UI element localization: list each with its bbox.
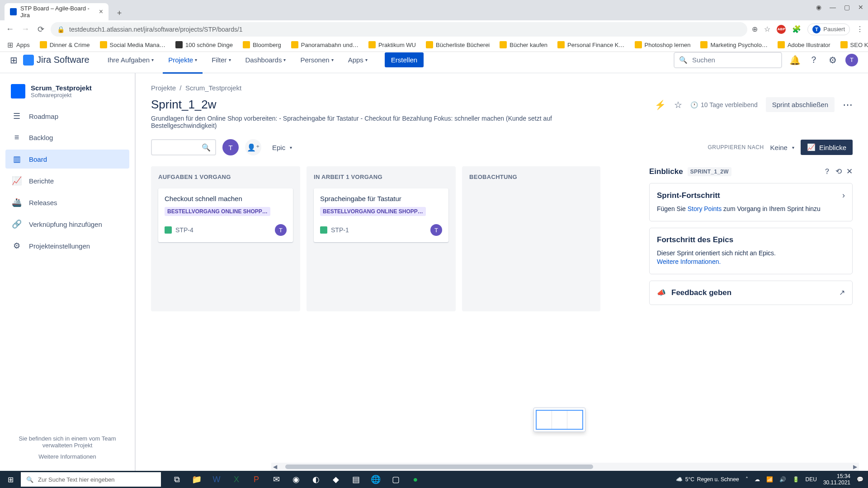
star-icon[interactable]: ☆	[674, 99, 682, 110]
language-indicator[interactable]: DEU	[806, 476, 817, 483]
sidebar-item-settings[interactable]: ⚙Projekteinstellungen	[5, 236, 129, 255]
nav-apps[interactable]: Apps▾	[343, 53, 373, 66]
mail-icon[interactable]: ✉	[267, 471, 286, 488]
search-icon: 🔍	[26, 476, 33, 483]
powerpoint-icon[interactable]: P	[247, 471, 266, 488]
help-icon[interactable]: ？	[807, 54, 820, 66]
more-icon[interactable]: ⋯	[843, 99, 853, 111]
nav-people[interactable]: Personen▾	[295, 53, 339, 66]
zoom-icon[interactable]: ⊕	[752, 25, 758, 33]
forward-button[interactable]: →	[20, 24, 31, 35]
chrome-icon[interactable]: ◉	[287, 471, 306, 488]
weather-widget[interactable]: ☁️ 5°C Regen u. Schnee	[676, 476, 739, 483]
battery-icon[interactable]: 🔋	[793, 476, 799, 483]
breadcrumb-projects[interactable]: Projekte	[151, 84, 176, 92]
column-watch[interactable]: BEOBACHTUNG	[462, 166, 600, 311]
notifications-icon[interactable]: 💬	[857, 476, 863, 483]
complete-sprint-button[interactable]: Sprint abschließen	[766, 97, 835, 112]
app-icon[interactable]: ▤	[346, 471, 365, 488]
card-footer: STP-4 T	[165, 224, 287, 236]
taskview-icon[interactable]: ⧉	[167, 471, 186, 488]
epic-dropdown[interactable]: Epic▾	[272, 144, 292, 151]
spotify-icon[interactable]: ●	[406, 471, 425, 488]
column-todo[interactable]: AUFGABEN 1 VORGANG Checkout schnell mach…	[151, 166, 300, 311]
edge-icon[interactable]: 🌐	[366, 471, 385, 488]
nav-filters[interactable]: Filter▾	[206, 53, 236, 66]
insights-button[interactable]: 📈Einblicke	[801, 140, 853, 155]
incognito-icon[interactable]: ◉	[816, 4, 821, 11]
add-person-button[interactable]: 👤⁺	[245, 139, 261, 155]
nav-your-work[interactable]: Ihre Aufgaben▾	[102, 53, 159, 66]
help-icon[interactable]: ？	[823, 166, 831, 177]
taskbar-search[interactable]: 🔍 Zur Suche Text hier eingeben	[21, 472, 161, 487]
user-avatar[interactable]: T	[845, 54, 858, 66]
tab-close-icon[interactable]: ×	[99, 8, 103, 16]
card-stp-4[interactable]: Checkout schnell machen BESTELLVORGANG O…	[158, 188, 293, 242]
abp-icon[interactable]: ABP	[777, 25, 786, 34]
panel-sprint-progress[interactable]: Sprint-Fortschritt › Fügen Sie Story Poi…	[649, 183, 853, 221]
nav-projects[interactable]: Projekte▾	[163, 53, 203, 66]
word-icon[interactable]: W	[207, 471, 226, 488]
card-avatar[interactable]: T	[275, 224, 287, 236]
sidebar-item-backlog[interactable]: ≡Backlog	[5, 128, 129, 147]
notifications-icon[interactable]: 🔔	[788, 54, 801, 66]
footer-link[interactable]: Weitere Informationen	[14, 453, 120, 460]
maximize-button[interactable]: ▢	[844, 4, 850, 11]
chevron-down-icon: ▾	[792, 145, 794, 150]
close-icon[interactable]: ✕	[846, 167, 853, 176]
url-bar[interactable]: 🔒 testdeutsch1.atlassian.net/jira/softwa…	[51, 22, 747, 37]
story-points-link[interactable]: Story Points	[688, 205, 722, 212]
group-by-dropdown[interactable]: Keine▾	[770, 144, 794, 151]
browser-tab[interactable]: STP Board – Agile-Board - Jira ×	[5, 3, 108, 20]
app-switcher-icon[interactable]: ⊞	[10, 55, 18, 66]
search-input[interactable]: 🔍 Suchen	[674, 52, 782, 68]
tray-chevron-icon[interactable]: ˄	[745, 476, 748, 483]
column-inprogress[interactable]: IN ARBEIT 1 VORGANG Spracheingabe für Ta…	[307, 166, 456, 311]
card-avatar[interactable]: T	[430, 224, 442, 236]
sidebar-item-reports[interactable]: 📈Berichte	[5, 171, 129, 190]
sidebar-item-roadmap[interactable]: ☰Roadmap	[5, 107, 129, 126]
menu-icon[interactable]: ⋮	[856, 25, 863, 33]
insights-title: Einblicke	[649, 167, 683, 176]
start-button[interactable]: ⊞	[0, 471, 21, 488]
explorer-icon[interactable]: 📁	[187, 471, 206, 488]
card-stp-1[interactable]: Spracheingabe für Tastatur BESTELLVORGAN…	[314, 188, 448, 242]
column-picker[interactable]	[533, 408, 585, 432]
more-info-link[interactable]: Weitere Informationen.	[657, 258, 721, 265]
scroll-right-icon[interactable]: ▶	[851, 464, 859, 470]
volume-icon[interactable]: 🔊	[779, 476, 786, 483]
board-search[interactable]: 🔍	[151, 139, 216, 155]
create-button[interactable]: Erstellen	[385, 52, 424, 67]
nav-dashboards[interactable]: Dashboards▾	[240, 53, 292, 66]
sidebar-item-add-link[interactable]: 🔗Verknüpfung hinzufügen	[5, 215, 129, 234]
onedrive-icon[interactable]: ☁	[755, 476, 760, 483]
jira-logo[interactable]: Jira Software	[23, 55, 90, 66]
breadcrumb-project[interactable]: Scrum_Testprojekt	[185, 84, 241, 92]
close-window-button[interactable]: ✕	[858, 4, 863, 11]
app-icon[interactable]: ◆	[326, 471, 345, 488]
assignee-filter-avatar[interactable]: T	[222, 139, 239, 155]
project-head[interactable]: Scrum_Testprojekt Softwareprojekt	[5, 84, 129, 107]
horizontal-scrollbar[interactable]: ◀ ▶	[271, 463, 859, 471]
settings-icon[interactable]: ⚙	[826, 54, 839, 66]
profile-pill[interactable]: T Pausiert	[807, 23, 850, 35]
excel-icon[interactable]: X	[227, 471, 246, 488]
refresh-icon[interactable]: ⟲	[835, 167, 842, 176]
search-icon: 🔍	[679, 56, 688, 64]
minimize-button[interactable]: —	[830, 4, 836, 11]
app-icon[interactable]: ▢	[386, 471, 405, 488]
new-tab-button[interactable]: +	[112, 6, 127, 20]
panel-feedback[interactable]: 📣 Feedback geben ↗	[649, 281, 853, 305]
scroll-thumb[interactable]	[285, 465, 593, 469]
scroll-left-icon[interactable]: ◀	[271, 464, 279, 470]
app-icon[interactable]: ◐	[307, 471, 326, 488]
wifi-icon[interactable]: 📶	[766, 476, 773, 483]
sidebar-item-board[interactable]: ▥Board	[5, 150, 129, 169]
star-icon[interactable]: ☆	[764, 25, 770, 33]
sidebar-item-releases[interactable]: 🚢Releases	[5, 193, 129, 212]
bolt-icon[interactable]: ⚡	[655, 99, 666, 110]
clock[interactable]: 15:34 30.11.2021	[823, 473, 850, 486]
back-button[interactable]: ←	[5, 24, 15, 35]
reload-button[interactable]: ⟳	[35, 24, 46, 35]
extensions-icon[interactable]: 🧩	[792, 25, 801, 33]
